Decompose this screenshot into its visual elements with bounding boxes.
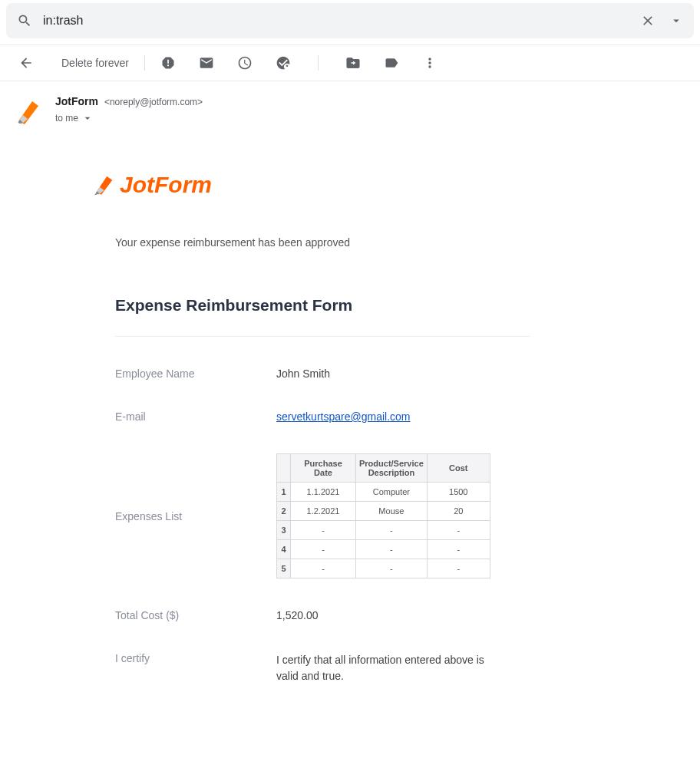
jotform-logo: JotForm (91, 172, 599, 198)
clear-search-icon[interactable] (640, 13, 655, 28)
sender-line: JotForm <noreply@jotform.com> (55, 95, 203, 107)
sender-name: JotForm (55, 95, 98, 107)
snooze-icon[interactable] (237, 55, 253, 71)
label-employee-name: Employee Name (115, 367, 276, 380)
labels-icon[interactable] (384, 55, 399, 71)
table-row: 21.2.2021Mouse20 (277, 502, 490, 521)
cell-desc: - (356, 521, 428, 540)
cell-cost: 1500 (427, 483, 490, 502)
toolbar: Delete forever (0, 44, 700, 81)
row-email: E-mail servetkurtspare@gmail.com (115, 410, 530, 423)
approval-message: Your expense reimbursement has been appr… (115, 236, 599, 249)
cell-date: - (291, 540, 356, 559)
row-certify: I certify I certify that all information… (115, 652, 530, 684)
sender-email: <noreply@jotform.com> (104, 97, 203, 107)
value-email-link[interactable]: servetkurtspare@gmail.com (276, 410, 411, 423)
row-num: 2 (277, 502, 291, 521)
cell-cost: - (427, 540, 490, 559)
separator (318, 55, 319, 71)
delete-forever-button[interactable]: Delete forever (61, 57, 129, 69)
row-num: 5 (277, 559, 291, 578)
table-row: 4--- (277, 540, 490, 559)
row-expenses: Expenses List Purchase Date Product/Serv… (115, 453, 530, 578)
table-row: 3--- (277, 521, 490, 540)
email-body: JotForm Your expense reimbursement has b… (0, 126, 599, 746)
avatar (12, 95, 43, 126)
cell-date: - (291, 559, 356, 578)
row-num: 4 (277, 540, 291, 559)
mark-unread-icon[interactable] (199, 55, 214, 71)
back-button[interactable] (12, 49, 40, 77)
th-date: Purchase Date (291, 454, 356, 483)
value-certify: I certify that all information entered a… (276, 652, 491, 684)
cell-desc: Mouse (356, 502, 428, 521)
row-num: 3 (277, 521, 291, 540)
form-title: Expense Reimbursement Form (115, 296, 530, 337)
cell-desc: Computer (356, 483, 428, 502)
table-corner (277, 454, 291, 483)
logo-text: JotForm (120, 172, 212, 198)
row-total-cost: Total Cost ($) 1,520.00 (115, 609, 530, 621)
label-email: E-mail (115, 410, 276, 423)
move-to-icon[interactable] (345, 55, 361, 71)
label-expenses: Expenses List (115, 510, 276, 522)
label-total-cost: Total Cost ($) (115, 609, 276, 621)
th-desc: Product/Service Description (356, 454, 428, 483)
report-spam-icon[interactable] (160, 55, 176, 71)
value-total-cost: 1,520.00 (276, 609, 319, 621)
message-header: JotForm <noreply@jotform.com> to me (0, 81, 700, 126)
table-row: 5--- (277, 559, 490, 578)
to-line[interactable]: to me (55, 112, 203, 124)
more-icon[interactable] (422, 55, 438, 71)
cell-desc: - (356, 540, 428, 559)
cell-cost: - (427, 521, 490, 540)
label-certify: I certify (115, 652, 276, 684)
row-employee-name: Employee Name John Smith (115, 367, 530, 380)
to-text: to me (55, 113, 78, 124)
th-cost: Cost (427, 454, 490, 483)
cell-desc: - (356, 559, 428, 578)
cell-cost: - (427, 559, 490, 578)
cell-cost: 20 (427, 502, 490, 521)
expenses-table: Purchase Date Product/Service Descriptio… (276, 453, 490, 578)
search-icon[interactable] (17, 13, 32, 28)
search-bar (6, 3, 694, 38)
row-num: 1 (277, 483, 291, 502)
value-employee-name: John Smith (276, 367, 330, 380)
separator (144, 55, 145, 71)
cell-date: 1.1.2021 (291, 483, 356, 502)
cell-date: 1.2.2021 (291, 502, 356, 521)
add-to-tasks-icon[interactable] (276, 55, 291, 71)
chevron-down-icon (81, 112, 94, 124)
search-input[interactable] (43, 14, 640, 28)
search-options-icon[interactable] (669, 14, 683, 28)
table-row: 11.1.2021Computer1500 (277, 483, 490, 502)
cell-date: - (291, 521, 356, 540)
